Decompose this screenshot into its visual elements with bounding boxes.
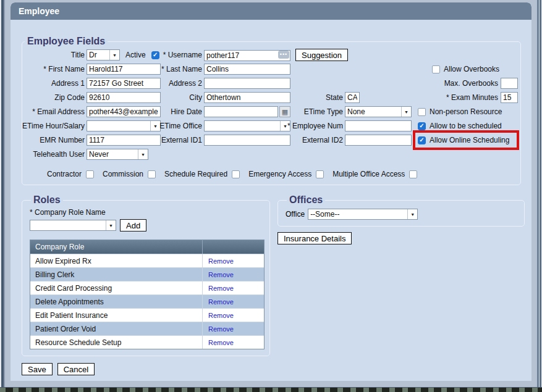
role-name-cell: Credit Card Processing — [30, 284, 202, 293]
company-role-name-label: * Company Role Name — [30, 208, 265, 217]
allow-online-scheduling-group: Allow Online Scheduling — [413, 135, 518, 146]
employee-fields-section: Employee Fields Title Dr Active * Userna… — [22, 36, 521, 185]
chevron-down-icon[interactable] — [106, 220, 116, 230]
employee-fields-legend: Employee Fields — [25, 36, 108, 47]
schedule-required-label: Schedule Required — [164, 170, 227, 178]
exam-minutes-input[interactable] — [501, 92, 518, 103]
chevron-down-icon[interactable] — [150, 121, 160, 131]
suggestion-button[interactable]: Suggestion — [295, 49, 348, 61]
etime-office-label: ETime Office — [159, 122, 202, 130]
contractor-pair: Contractor — [47, 170, 94, 178]
external-id1-input[interactable] — [204, 135, 290, 146]
table-row: Credit Card Processing Remove — [30, 281, 264, 294]
company-role-name-value — [30, 220, 106, 230]
employee-num-input[interactable] — [345, 120, 412, 131]
etime-hour-salary-dropdown[interactable] — [87, 120, 161, 131]
remove-role-link[interactable]: Remove — [203, 285, 234, 292]
city-input[interactable] — [204, 92, 290, 103]
role-add-row: Add — [30, 219, 265, 231]
multiple-office-access-checkbox[interactable] — [409, 170, 417, 178]
window-title: Employee — [19, 6, 59, 16]
allow-overbooks-group: Allow Overbooks — [413, 64, 518, 75]
chevron-down-icon[interactable] — [109, 50, 119, 60]
emergency-access-label: Emergency Access — [248, 170, 311, 178]
role-name-cell: Patient Order Void — [30, 325, 202, 333]
add-role-button[interactable]: Add — [120, 219, 146, 231]
allow-online-scheduling-checkbox[interactable] — [418, 136, 426, 144]
insurance-details-button[interactable]: Insurance Details — [277, 232, 352, 244]
non-person-resource-label: Non-person Resource — [430, 107, 502, 116]
telehealth-user-dropdown[interactable]: Never — [87, 149, 148, 160]
multiple-office-access-pair: Multiple Office Access — [332, 170, 417, 178]
footer-buttons: Save Cancel — [22, 363, 522, 375]
calendar-icon[interactable]: ▦ — [279, 106, 290, 117]
username-input[interactable] — [204, 50, 290, 61]
username-field-wrap: ••• — [204, 49, 290, 61]
etime-office-value — [205, 121, 280, 131]
remove-role-link[interactable]: Remove — [203, 312, 234, 319]
company-role-header-cell: Company Role — [30, 243, 202, 251]
etime-type-value: None — [345, 107, 401, 117]
screen: Employee Employee Fields Title Dr Active — [0, 0, 542, 392]
allow-overbooks-pair: Allow Overbooks — [432, 65, 499, 73]
remove-role-link[interactable]: Remove — [203, 325, 234, 333]
address2-input[interactable] — [204, 78, 290, 89]
cancel-button[interactable]: Cancel — [57, 363, 95, 375]
emr-number-label: EMR Number — [40, 136, 85, 144]
company-role-table: Company Role Allow Expired Rx Remove Bil… — [30, 240, 265, 349]
max-overbooks-input[interactable] — [501, 78, 518, 89]
remove-role-link[interactable]: Remove — [203, 339, 234, 346]
last-name-label: * Last Name — [161, 65, 202, 73]
schedule-required-checkbox[interactable] — [232, 170, 240, 178]
office-dropdown[interactable]: --Some-- — [308, 209, 418, 220]
company-role-table-header: Company Role — [30, 240, 264, 254]
offices-column: Offices Office --Some-- Insurance Detail… — [277, 194, 525, 244]
emr-number-input[interactable] — [87, 135, 161, 146]
last-name-input[interactable] — [204, 64, 290, 75]
table-row: Edit Patient Insurance Remove — [30, 308, 264, 322]
allow-overbooks-checkbox[interactable] — [432, 65, 440, 73]
non-person-resource-checkbox[interactable] — [418, 108, 426, 116]
chevron-down-icon[interactable] — [407, 209, 417, 219]
commission-checkbox[interactable] — [148, 170, 156, 178]
zip-code-input[interactable] — [87, 92, 161, 103]
external-id2-input[interactable] — [345, 135, 412, 146]
table-row: Resource Schedule Setup Remove — [30, 335, 264, 349]
offices-legend: Offices — [287, 194, 325, 206]
remove-role-link[interactable]: Remove — [203, 298, 234, 306]
emergency-access-checkbox[interactable] — [316, 170, 324, 178]
remove-role-link[interactable]: Remove — [203, 257, 234, 265]
schedule-required-pair: Schedule Required — [164, 170, 240, 178]
company-role-table-body: Allow Expired Rx Remove Billing Clerk Re… — [30, 254, 264, 349]
allow-to-be-scheduled-checkbox[interactable] — [418, 122, 426, 130]
non-person-resource-group: Non-person Resource — [413, 106, 518, 117]
chevron-down-icon[interactable] — [401, 107, 411, 117]
etime-office-dropdown[interactable] — [204, 120, 290, 131]
remove-role-link[interactable]: Remove — [203, 271, 234, 278]
active-checkbox[interactable] — [151, 51, 159, 59]
first-name-input[interactable] — [87, 64, 161, 75]
window-content: Employee Fields Title Dr Active * Userna… — [11, 20, 531, 375]
address1-label: Address 1 — [51, 79, 85, 88]
save-button[interactable]: Save — [22, 363, 53, 375]
chevron-down-icon[interactable] — [138, 149, 148, 159]
etime-type-dropdown[interactable]: None — [345, 106, 412, 117]
hire-date-input[interactable] — [204, 106, 278, 117]
remove-header-cell — [202, 240, 264, 254]
company-role-name-dropdown[interactable] — [30, 220, 116, 231]
table-row: Billing Clerk Remove — [30, 267, 264, 281]
contractor-checkbox[interactable] — [86, 170, 94, 178]
telehealth-user-label: Telehealth User — [33, 150, 85, 159]
ellipsis-icon[interactable]: ••• — [278, 51, 289, 59]
title-dropdown[interactable]: Dr — [87, 49, 120, 60]
employee-fields-grid: Title Dr Active * Username ••• — [23, 49, 519, 160]
table-row: Patient Order Void Remove — [30, 322, 264, 335]
multiple-office-access-label: Multiple Office Access — [332, 170, 405, 178]
address1-input[interactable] — [87, 78, 161, 89]
email-input[interactable] — [87, 106, 161, 117]
city-label: City — [189, 93, 202, 102]
state-input[interactable] — [345, 92, 360, 103]
allow-to-be-scheduled-label: Allow to be scheduled — [430, 122, 502, 130]
allow-online-scheduling-label: Allow Online Scheduling — [430, 136, 509, 144]
employee-num-label: * Employee Num — [287, 122, 343, 130]
